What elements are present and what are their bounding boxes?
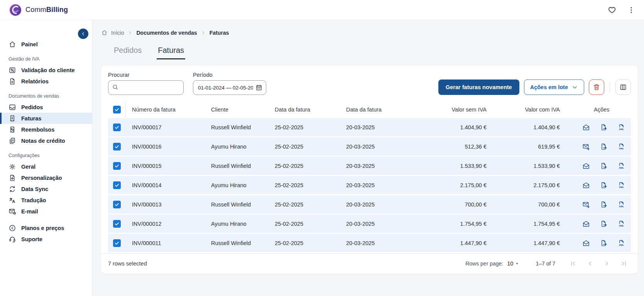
table-row-inv-000017[interactable]: INV/000017Russell Winfield25-02-202520-0… (108, 118, 631, 137)
select-all-checkbox[interactable] (113, 106, 121, 113)
export-xml-action-button[interactable]: XML (618, 162, 625, 170)
due-date-cell: 20-03-2025 (340, 240, 423, 246)
pagination-range: 1–7 of 7 (536, 260, 555, 267)
sidebar-item-label: Data Sync (21, 186, 48, 192)
sync-icon (8, 185, 16, 193)
next-page-button[interactable] (603, 260, 611, 267)
svg-text:XML: XML (619, 166, 624, 169)
sidebar-item-label: Notas de crédito (21, 138, 65, 144)
sidebar-item-relatorios[interactable]: Relatórios (0, 76, 92, 87)
breadcrumb-item-documentos-de-vendas[interactable]: Documentos de vendas (136, 30, 197, 36)
row-checkbox[interactable] (113, 201, 121, 208)
export-document-action-button[interactable] (600, 239, 608, 247)
row-checkbox[interactable] (113, 239, 121, 247)
export-document-action-button[interactable] (600, 220, 608, 228)
sidebar-item-faturas[interactable]: €Faturas (0, 113, 92, 124)
export-xml-action-button[interactable]: XML (618, 220, 625, 228)
previous-page-button[interactable] (586, 260, 594, 267)
row-checkbox[interactable] (113, 181, 121, 189)
delete-button[interactable] (589, 79, 604, 95)
table-row-inv-000014[interactable]: INV/000014Ayumu Hirano25-02-202520-03-20… (108, 176, 631, 195)
invoice-date-cell: 25-02-2025 (269, 201, 340, 208)
export-xml-action-button[interactable]: XML (618, 143, 625, 151)
gear-icon (8, 163, 16, 171)
mail-send-icon (582, 201, 590, 208)
row-checkbox[interactable] (113, 220, 121, 228)
invoice-date-cell: 25-02-2025 (269, 163, 340, 169)
breadcrumb-item-inicio[interactable]: Início (111, 30, 124, 36)
app-logo (9, 4, 22, 16)
rows-per-page-select[interactable]: 10 (507, 260, 520, 267)
column-header-valor-com-iva-5: Valor com IVA (496, 107, 569, 113)
email-action-button[interactable] (582, 181, 590, 189)
sidebar-item-planos-e-precos[interactable]: €Planos e preços (0, 222, 92, 233)
export-xml-action-button[interactable]: XML (618, 123, 625, 131)
email-action-button[interactable] (582, 201, 590, 208)
tab-pedidos[interactable]: Pedidos (113, 46, 143, 59)
email-action-button[interactable] (582, 239, 590, 247)
due-date-cell: 20-03-2025 (340, 221, 423, 227)
table-row-inv-000016[interactable]: INV/000016Ayumu Hirano25-02-202520-03-20… (108, 137, 631, 157)
row-checkbox[interactable] (113, 143, 121, 151)
export-xml-action-button[interactable]: XML (618, 181, 625, 189)
sidebar-item-data-sync[interactable]: Data Sync (0, 183, 92, 195)
invoice-date-cell: 25-02-2025 (269, 144, 340, 150)
search-input[interactable] (108, 80, 184, 95)
export-document-action-button[interactable] (600, 162, 608, 170)
sidebar-item-notas-de-credito[interactable]: Notas de crédito (0, 135, 92, 146)
sidebar-collapse-button[interactable] (78, 29, 88, 39)
table-row-inv-000015[interactable]: INV/000015Russell Winfield25-02-202520-0… (108, 157, 631, 176)
export-xml-action-button[interactable]: XML (618, 201, 625, 208)
brand: CommBilling (9, 4, 68, 16)
tab-faturas[interactable]: Faturas (157, 46, 185, 59)
trash-icon (593, 83, 600, 91)
period-input[interactable]: 01-01-2024 — 02-05-202 (193, 80, 266, 95)
pricing-icon: € (8, 224, 16, 232)
sidebar-nav: PainelGestão de IVAValidação do clienteR… (0, 33, 92, 245)
export-xml-action-button[interactable]: XML (618, 239, 625, 247)
breadcrumb-item-faturas[interactable]: Faturas (210, 30, 229, 36)
table-row-inv-000013[interactable]: INV/000013Russell Winfield25-02-202520-0… (108, 195, 631, 215)
row-checkbox[interactable] (113, 162, 121, 170)
batch-actions-label: Ações em lote (530, 84, 568, 90)
rows-per-page-value: 10 (507, 260, 513, 267)
chevron-left-icon (80, 31, 86, 37)
sidebar-section-label: Gestão de IVA (8, 56, 92, 62)
sidebar-item-e-mail[interactable]: E-mail (0, 206, 92, 217)
last-page-button[interactable] (620, 260, 628, 267)
sidebar-item-pedidos[interactable]: Pedidos (0, 101, 92, 113)
email-action-button[interactable] (582, 162, 590, 170)
columns-button[interactable] (615, 79, 631, 95)
sidebar-item-suporte[interactable]: Suporte (0, 233, 92, 245)
export-document-action-button[interactable] (600, 143, 608, 151)
regenerate-invoices-button[interactable]: Gerar faturas novamente (438, 79, 519, 95)
invoices-card: Procurar Período 01-01-2024 — 02-05-202 … (101, 66, 638, 274)
sidebar-item-traducao[interactable]: Tradução (0, 195, 92, 206)
row-checkbox[interactable] (113, 123, 121, 131)
sidebar-item-geral[interactable]: Geral (0, 161, 92, 172)
orders-icon (8, 103, 16, 111)
sidebar-item-validacao-do-cliente[interactable]: Validação do cliente (0, 64, 92, 76)
sidebar-item-reembolsos[interactable]: Reembolsos (0, 124, 92, 135)
gross-amount-cell: 1.754,95 € (496, 221, 569, 227)
kebab-menu-icon[interactable] (627, 6, 636, 14)
invoice-number-cell: INV/000016 (126, 144, 205, 150)
batch-actions-button[interactable]: Ações em lote (524, 79, 584, 95)
sidebar-item-painel[interactable]: Painel (0, 39, 92, 50)
email-action-button[interactable] (582, 123, 590, 131)
first-page-button[interactable] (569, 260, 577, 267)
export-document-action-button[interactable] (600, 201, 608, 208)
favorites-heart-icon[interactable] (608, 6, 616, 14)
period-value: 01-01-2024 — 02-05-202 (198, 85, 253, 91)
table-row-inv-000011[interactable]: INV/000011Russell Winfield25-02-202520-0… (108, 234, 631, 253)
invoice-date-cell: 25-02-2025 (269, 240, 340, 246)
export-document-action-button[interactable] (600, 123, 608, 131)
table-row-inv-000012[interactable]: INV/000012Ayumu Hirano25-02-202520-03-20… (108, 215, 631, 234)
svg-text:XML: XML (619, 128, 624, 130)
export-document-action-button[interactable] (600, 181, 608, 189)
net-amount-cell: 512,36 € (423, 144, 496, 150)
email-action-button[interactable] (582, 143, 590, 151)
sidebar-item-personalizacao[interactable]: Personalização (0, 172, 92, 183)
sidebar-item-label: Reembolsos (21, 127, 54, 133)
email-action-button[interactable] (582, 220, 590, 228)
